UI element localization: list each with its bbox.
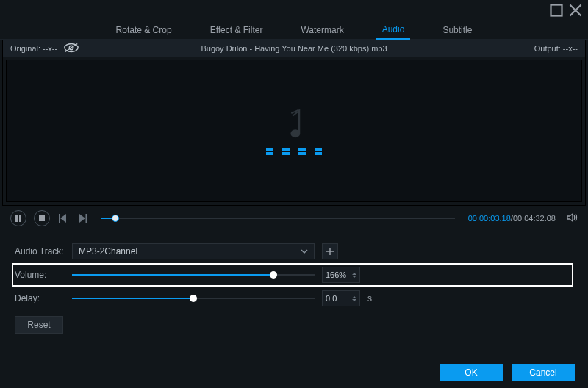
- delay-unit: s: [368, 293, 372, 303]
- svg-rect-9: [86, 214, 87, 223]
- delay-slider[interactable]: [72, 293, 315, 303]
- preview-toggle-icon[interactable]: [63, 43, 79, 54]
- reset-button[interactable]: Reset: [15, 316, 63, 334]
- equalizer-icon: [266, 152, 322, 155]
- volume-spinner[interactable]: 166%: [322, 267, 360, 283]
- ok-button[interactable]: OK: [440, 364, 503, 381]
- tab-audio[interactable]: Audio: [376, 21, 411, 40]
- output-label: Output: --x--: [534, 44, 578, 53]
- add-track-button[interactable]: [322, 243, 338, 259]
- tab-bar: Rotate & Crop Effect & Filter Watermark …: [0, 21, 588, 40]
- cancel-button[interactable]: Cancel: [512, 364, 575, 381]
- svg-rect-5: [15, 215, 18, 222]
- filename-label: Bugoy Drilon - Having You Near Me (320 k…: [3, 44, 585, 53]
- audio-track-select[interactable]: MP3-2Channel: [72, 243, 315, 259]
- volume-label: Volume:: [15, 270, 68, 280]
- pause-button[interactable]: [10, 210, 26, 226]
- close-button[interactable]: [569, 4, 582, 17]
- volume-slider[interactable]: [72, 270, 315, 280]
- chevron-down-icon: [301, 248, 308, 255]
- svg-rect-7: [39, 215, 45, 221]
- tab-rotate-crop[interactable]: Rotate & Crop: [110, 21, 178, 39]
- preview-area: [6, 60, 582, 202]
- audio-track-label: Audio Track:: [15, 246, 68, 256]
- time-display: 00:00:03.18/00:04:32.08: [468, 214, 556, 223]
- tab-effect-filter[interactable]: Effect & Filter: [204, 21, 269, 39]
- stop-button[interactable]: [34, 210, 50, 226]
- next-frame-button[interactable]: [76, 212, 88, 224]
- volume-row-highlight: Volume: 166%: [12, 263, 573, 287]
- prev-frame-button[interactable]: [57, 212, 69, 224]
- music-note-icon: [286, 107, 302, 139]
- svg-rect-6: [20, 215, 22, 222]
- tab-watermark[interactable]: Watermark: [295, 21, 349, 39]
- delay-spinner[interactable]: 0.0: [322, 290, 360, 306]
- tab-subtitle[interactable]: Subtitle: [437, 21, 478, 39]
- delay-label: Delay:: [15, 293, 68, 303]
- maximize-button[interactable]: [550, 4, 563, 17]
- original-label: Original: --x--: [10, 44, 57, 53]
- volume-icon[interactable]: [563, 212, 578, 226]
- seek-slider[interactable]: [101, 213, 455, 223]
- svg-rect-0: [551, 5, 562, 16]
- svg-rect-8: [59, 214, 60, 223]
